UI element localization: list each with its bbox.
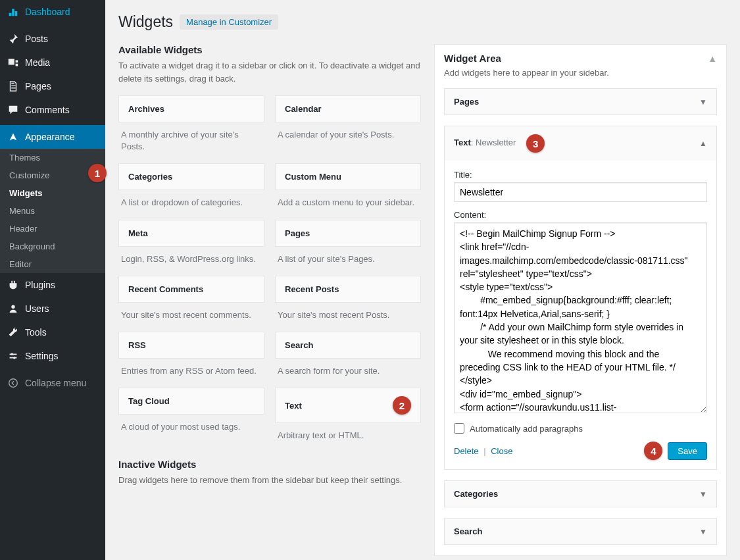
inactive-widgets-title: Inactive Widgets: [118, 459, 421, 470]
sidebar-item-dashboard[interactable]: Dashboard: [0, 0, 105, 24]
available-widget-recent-comments[interactable]: Recent Comments: [118, 276, 264, 303]
page-title: Widgets: [118, 13, 173, 31]
placed-widget-subtitle: Newsletter: [476, 138, 516, 147]
available-widget-archives[interactable]: Archives: [118, 95, 264, 122]
appearance-icon: [7, 130, 20, 143]
widget-name: Tag Cloud: [128, 396, 170, 406]
available-widgets-title: Available Widgets: [118, 44, 421, 55]
sidebar-item-media[interactable]: Media: [0, 51, 105, 74]
caret-down-icon: ▼: [699, 97, 707, 107]
available-widget-meta[interactable]: Meta: [118, 220, 264, 247]
sidebar-label: Posts: [25, 34, 48, 44]
submenu-item-menus[interactable]: Menus: [0, 202, 105, 220]
content-label: Content:: [454, 210, 707, 220]
available-widget-categories[interactable]: Categories: [118, 163, 264, 190]
widget-name: RSS: [128, 340, 146, 350]
svg-point-2: [13, 357, 16, 359]
sidebar-item-users[interactable]: Users: [0, 297, 105, 320]
widget-area-panel: Widget Area ▲ Add widgets here to appear…: [434, 44, 727, 556]
widget-description: A monthly archive of your site's Posts.: [118, 122, 264, 163]
badge-2: 2: [393, 396, 411, 415]
caret-up-icon: ▲: [708, 53, 717, 64]
sidebar-item-collapse[interactable]: Collapse menu: [0, 371, 105, 395]
submenu-item-editor[interactable]: Editor: [0, 255, 105, 273]
widget-description: A cloud of your most used tags.: [118, 415, 264, 444]
placed-widget-pages[interactable]: Pages ▼: [444, 88, 717, 115]
widget-name: Recent Posts: [285, 284, 339, 294]
widget-description: Login, RSS, & WordPress.org links.: [118, 247, 264, 276]
main-content: Widgets Manage in Customizer Available W…: [105, 0, 740, 560]
delete-link[interactable]: Delete: [454, 446, 479, 456]
widget-name: Categories: [128, 172, 172, 182]
placed-widget-name: Text: [454, 138, 471, 147]
available-widget-search[interactable]: Search: [275, 332, 421, 359]
sidebar-item-comments[interactable]: Comments: [0, 98, 105, 122]
pin-icon: [7, 32, 20, 45]
sidebar-item-plugins[interactable]: Plugins: [0, 273, 105, 297]
widget-description: Entries from any RSS or Atom feed.: [118, 359, 264, 388]
available-widget-calendar[interactable]: Calendar: [275, 95, 421, 122]
badge-4: 4: [644, 442, 662, 460]
placed-widget-name: Search: [454, 526, 482, 536]
submenu-item-widgets[interactable]: Widgets: [0, 184, 105, 202]
plugins-icon: [7, 278, 20, 292]
placed-widget-search[interactable]: Search ▼: [444, 518, 717, 545]
available-widget-tag-cloud[interactable]: Tag Cloud: [118, 388, 264, 415]
sidebar-item-appearance[interactable]: Appearance: [0, 125, 105, 149]
available-widget-text[interactable]: Text2: [275, 388, 421, 423]
submenu-item-background[interactable]: Background: [0, 238, 105, 255]
placed-widget-name: Categories: [454, 489, 498, 499]
svg-point-3: [9, 379, 18, 388]
sidebar-label: Pages: [25, 81, 51, 91]
admin-sidebar: Dashboard Posts Media Pages Comments App…: [0, 0, 105, 560]
manage-customizer-button[interactable]: Manage in Customizer: [180, 14, 278, 30]
widget-description: Add a custom menu to your sidebar.: [275, 190, 421, 219]
widget-description: A calendar of your site's Posts.: [275, 122, 421, 151]
sidebar-label: Appearance: [25, 132, 75, 142]
widget-area-header[interactable]: Widget Area ▲: [444, 53, 717, 64]
sidebar-item-settings[interactable]: Settings: [0, 344, 105, 368]
collapse-icon: [7, 376, 20, 390]
comments-icon: [7, 103, 20, 116]
media-icon: [7, 56, 20, 69]
widget-name: Archives: [128, 104, 164, 114]
available-widget-recent-posts[interactable]: Recent Posts: [275, 276, 421, 303]
sidebar-item-pages[interactable]: Pages: [0, 74, 105, 98]
widget-title-input[interactable]: [454, 182, 707, 202]
widget-content-textarea[interactable]: [454, 222, 707, 413]
users-icon: [7, 302, 20, 315]
title-label: Title:: [454, 170, 707, 180]
pages-icon: [7, 80, 20, 93]
widget-name: Search: [285, 340, 313, 350]
submenu-label: Customize: [9, 170, 49, 180]
widget-area-title: Widget Area: [444, 53, 501, 64]
placed-widget-categories[interactable]: Categories ▼: [444, 480, 717, 507]
widget-description: Your site's most recent Posts.: [275, 303, 421, 332]
available-widget-pages[interactable]: Pages: [275, 220, 421, 247]
submenu-item-header[interactable]: Header: [0, 220, 105, 238]
available-widget-rss[interactable]: RSS: [118, 332, 264, 359]
sidebar-label: Users: [25, 303, 49, 314]
sidebar-item-tools[interactable]: Tools: [0, 320, 105, 344]
available-widget-custom-menu[interactable]: Custom Menu: [275, 163, 421, 190]
widget-description: Your site's most recent comments.: [118, 303, 264, 332]
widget-name: Text: [285, 401, 302, 411]
submenu-item-customize[interactable]: Customize 1: [0, 166, 105, 184]
appearance-submenu: Themes Customize 1 Widgets Menus Header …: [0, 149, 105, 273]
sidebar-label: Comments: [25, 105, 70, 115]
settings-icon: [7, 349, 20, 363]
autop-label: Automatically add paragraphs: [470, 424, 583, 434]
placed-widget-header[interactable]: Text: Newsletter 3 ▲: [445, 126, 716, 161]
svg-point-1: [11, 353, 13, 356]
autop-checkbox[interactable]: [454, 423, 464, 434]
save-button[interactable]: Save: [668, 442, 707, 460]
sidebar-item-posts[interactable]: Posts: [0, 27, 105, 51]
submenu-item-themes[interactable]: Themes: [0, 149, 105, 166]
widget-name: Pages: [285, 228, 310, 238]
inactive-widgets-desc: Drag widgets here to remove them from th…: [118, 474, 421, 487]
close-link[interactable]: Close: [491, 446, 512, 456]
tools-icon: [7, 326, 20, 339]
widget-description: A list or dropdown of categories.: [118, 190, 264, 219]
badge-3: 3: [526, 134, 545, 153]
sidebar-label: Plugins: [25, 280, 55, 290]
